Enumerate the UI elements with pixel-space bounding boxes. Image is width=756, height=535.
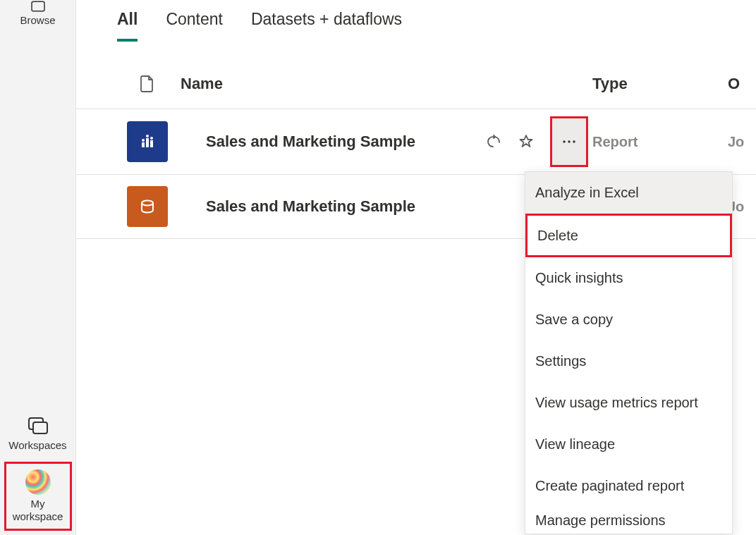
menu-item-manage-permissions[interactable]: Manage permissions	[525, 507, 732, 534]
share-icon[interactable]	[485, 133, 502, 150]
star-icon[interactable]	[518, 133, 535, 150]
col-name-header[interactable]: Name	[181, 75, 465, 93]
svg-rect-3	[142, 142, 145, 147]
browse-label: Browse	[20, 14, 55, 27]
svg-rect-2	[33, 422, 47, 433]
dataset-icon	[127, 186, 168, 227]
svg-rect-4	[146, 138, 149, 147]
svg-point-6	[142, 139, 145, 142]
col-type-header[interactable]: Type	[592, 75, 728, 93]
sidebar-top: Browse	[0, 0, 75, 37]
row-icon-wrap	[114, 186, 181, 227]
row-name[interactable]: Sales and Marketing Sample	[181, 133, 465, 151]
svg-rect-5	[150, 140, 153, 147]
row-type: Report	[592, 134, 728, 150]
row-icon-wrap	[114, 121, 181, 162]
report-icon	[127, 121, 168, 162]
menu-item-delete[interactable]: Delete	[525, 214, 732, 257]
row-last: Jo	[728, 134, 756, 150]
menu-item-settings[interactable]: Settings	[525, 340, 732, 382]
tab-content[interactable]: Content	[166, 10, 223, 42]
more-options-button[interactable]	[550, 116, 588, 167]
row-name[interactable]: Sales and Marketing Sample	[181, 197, 465, 216]
menu-item-paginated-report[interactable]: Create paginated report	[525, 465, 732, 507]
sidebar-item-browse[interactable]: Browse	[0, 0, 75, 37]
tab-datasets-dataflows[interactable]: Datasets + dataflows	[251, 10, 402, 42]
my-workspace-label: My workspace	[13, 498, 63, 523]
ellipsis-icon	[562, 140, 576, 144]
svg-point-10	[568, 140, 570, 142]
menu-item-quick-insights[interactable]: Quick insights	[525, 257, 732, 299]
sidebar-bottom: Workspaces My workspace	[0, 408, 75, 535]
menu-item-analyze-excel[interactable]: Analyze in Excel	[525, 172, 732, 214]
context-menu: Analyze in Excel Delete Quick insights S…	[525, 171, 733, 534]
col-icon-header	[114, 75, 181, 93]
table-row[interactable]: Sales and Marketing Sample	[76, 109, 756, 175]
document-icon	[140, 75, 155, 93]
workspaces-label: Workspaces	[8, 439, 66, 452]
sidebar-item-my-workspace[interactable]: My workspace	[4, 462, 72, 531]
col-last-header[interactable]: O	[728, 75, 756, 93]
browse-icon	[26, 0, 50, 13]
menu-item-save-copy[interactable]: Save a copy	[525, 299, 732, 340]
svg-point-8	[150, 137, 153, 140]
table-header: Name Type O	[76, 42, 756, 109]
svg-rect-0	[32, 1, 44, 11]
workspaces-icon	[26, 414, 50, 438]
menu-item-usage-metrics[interactable]: View usage metrics report	[525, 382, 732, 424]
tab-all[interactable]: All	[117, 10, 138, 42]
svg-point-9	[563, 140, 565, 142]
tabs: All Content Datasets + dataflows	[76, 0, 756, 42]
svg-point-12	[142, 201, 153, 206]
menu-item-view-lineage[interactable]: View lineage	[525, 424, 732, 465]
avatar-icon	[25, 469, 51, 495]
svg-point-11	[573, 140, 575, 142]
svg-point-7	[146, 135, 149, 137]
row-actions	[465, 116, 592, 167]
sidebar: Browse Workspaces My workspace	[0, 0, 76, 535]
sidebar-item-workspaces[interactable]: Workspaces	[0, 408, 75, 462]
